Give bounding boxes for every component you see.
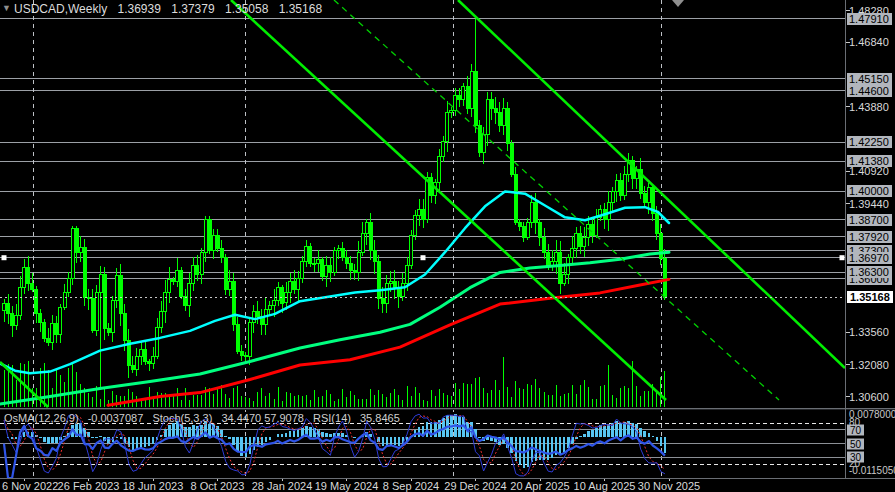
hline-price-label: 1.40000 <box>847 185 892 197</box>
time-axis-label: 8 Sep 2024 <box>383 480 439 492</box>
time-axis-label: 20 Apr 2025 <box>510 480 569 492</box>
ohlc-close: 1.35168 <box>279 2 322 16</box>
price-axis-separator[interactable] <box>845 0 846 478</box>
dashed-trendline[interactable] <box>334 0 779 400</box>
ohlc-high: 1.37379 <box>171 2 214 16</box>
candles <box>3 19 667 390</box>
panel-level-label: 50 <box>847 438 864 449</box>
time-axis-label: 28 Jan 2024 <box>252 480 313 492</box>
horizontal-line-objects[interactable] <box>0 19 845 279</box>
chart-shift-marker[interactable] <box>672 0 684 7</box>
hline-handle[interactable] <box>2 255 7 260</box>
stoch-value: 34.4470 57.9078 <box>221 412 304 424</box>
hline-price-label: 1.47910 <box>847 13 892 25</box>
volume-histogram <box>4 357 665 407</box>
osma-label: OsMA(12,26,9) <box>4 412 79 424</box>
price-tick-label: 1.46840 <box>849 36 889 48</box>
hline-price-label: 1.36970 <box>847 252 892 264</box>
hline-price-label: 1.36300 <box>847 266 892 278</box>
time-axis-label: 26 Feb 2023 <box>58 480 120 492</box>
solid-trendline[interactable] <box>231 0 666 400</box>
panel-level-label: 30 <box>847 452 864 463</box>
price-axis-ticks <box>24 11 850 482</box>
chart-window: ▼ USDCAD,Weekly 1.36939 1.37379 1.35058 … <box>0 0 895 492</box>
panel-separator-shadow <box>0 409 895 410</box>
time-axis-separator <box>0 478 895 479</box>
ohlc-low: 1.35058 <box>225 2 268 16</box>
time-axis-label: 18 Jun 2023 <box>123 480 184 492</box>
hline-price-label: 1.38700 <box>847 214 892 226</box>
chart-title: USDCAD,Weekly 1.36939 1.37379 1.35058 1.… <box>2 2 322 16</box>
price-tick-label: 1.39440 <box>849 198 889 210</box>
symbol-period-label: USDCAD,Weekly <box>14 2 107 16</box>
hline-price-label: 1.37920 <box>847 231 892 243</box>
time-axis-label: 29 Dec 2024 <box>444 480 506 492</box>
price-tick-label: 1.32080 <box>849 359 889 371</box>
hline-handle[interactable] <box>840 255 845 260</box>
panel-level-label: 70 <box>847 424 864 435</box>
trendlines[interactable] <box>0 0 845 407</box>
time-axis-label: 30 Nov 2025 <box>638 480 700 492</box>
time-axis-label: 10 Aug 2025 <box>574 480 636 492</box>
hline-price-label: 1.41380 <box>847 155 892 167</box>
time-axis-label: 19 May 2024 <box>315 480 379 492</box>
hline-price-label: 1.44600 <box>847 85 892 97</box>
hline-price-label: 1.42250 <box>847 136 892 148</box>
hline-price-label: 1.45150 <box>847 73 892 85</box>
time-axis-label: 6 Nov 2022 <box>2 480 58 492</box>
year-separators <box>33 0 662 478</box>
ohlc-open: 1.36939 <box>117 2 160 16</box>
price-tick-label: 1.30600 <box>849 391 889 403</box>
indicator-header: OsMA(12,26,9) -0.0037087 Stoch(5,3,3) 34… <box>4 412 406 424</box>
current-price-label: 1.35168 <box>847 291 893 303</box>
hline-handle[interactable] <box>421 255 426 260</box>
time-axis-label: 8 Oct 2023 <box>191 480 245 492</box>
osma-value: -0.0037087 <box>88 412 144 424</box>
rsi-value: 35.8465 <box>360 412 400 424</box>
rsi-label: RSI(14) <box>313 412 351 424</box>
stoch-label: Stoch(5,3,3) <box>152 412 212 424</box>
price-tick-label: 1.33560 <box>849 326 889 338</box>
price-tick-label: 1.43880 <box>849 101 889 113</box>
